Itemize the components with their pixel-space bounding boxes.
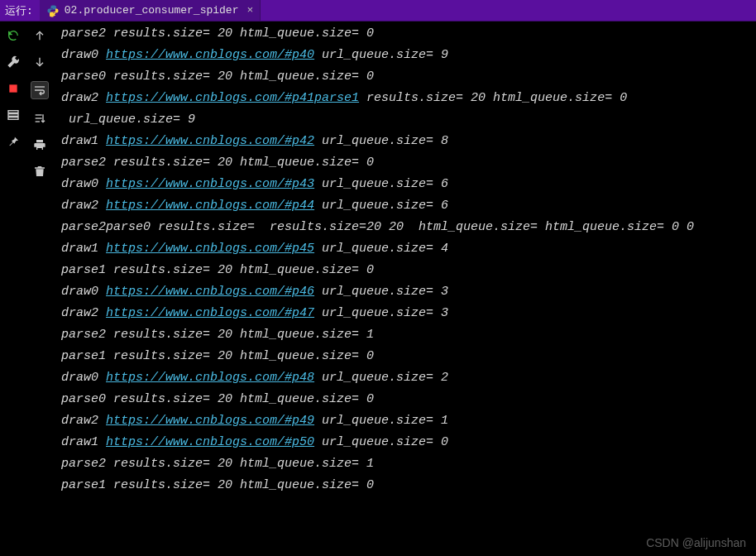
- tab-title: 02.producer_consumer_spider: [65, 4, 239, 17]
- console-link[interactable]: https://www.cnblogs.com/#p40: [106, 48, 314, 62]
- console-line: draw0 https://www.cnblogs.com/#p43 url_q…: [61, 174, 751, 195]
- console-output[interactable]: parse2 results.size= 20 html_queue.size=…: [53, 22, 756, 556]
- console-line: parse0 results.size= 20 html_queue.size=…: [61, 389, 751, 410]
- python-icon: [46, 4, 60, 17]
- console-link[interactable]: https://www.cnblogs.com/#p45: [106, 242, 314, 256]
- console-link[interactable]: https://www.cnblogs.com/#p41parse1: [106, 91, 359, 105]
- svg-rect-2: [8, 114, 18, 117]
- rerun-icon[interactable]: [6, 28, 21, 43]
- svg-rect-1: [8, 111, 18, 113]
- console-line: parse2parse0 results.size= results.size=…: [61, 217, 751, 238]
- console-line: draw2 https://www.cnblogs.com/#p47 url_q…: [61, 303, 751, 324]
- console-link[interactable]: https://www.cnblogs.com/#p48: [106, 371, 314, 385]
- svg-rect-3: [8, 117, 18, 120]
- console-line: draw2 https://www.cnblogs.com/#p49 url_q…: [61, 410, 751, 432]
- close-icon[interactable]: ×: [246, 4, 253, 17]
- titlebar: 运行: 02.producer_consumer_spider ×: [0, 0, 756, 22]
- console-link[interactable]: https://www.cnblogs.com/#p44: [106, 199, 314, 213]
- scroll-to-end-icon[interactable]: [32, 111, 47, 126]
- console-line: draw0 https://www.cnblogs.com/#p48 url_q…: [61, 367, 751, 389]
- console-link[interactable]: https://www.cnblogs.com/#p50: [106, 435, 314, 449]
- console-line: parse2 results.size= 20 html_queue.size=…: [61, 324, 751, 346]
- console-line: url_queue.size= 9: [61, 109, 751, 131]
- watermark: CSDN @alijunshan: [646, 536, 746, 549]
- console-line: draw2 https://www.cnblogs.com/#p44 url_q…: [61, 195, 751, 217]
- toolbar-left-2: [26, 22, 53, 556]
- console-line: draw0 https://www.cnblogs.com/#p46 url_q…: [61, 281, 751, 303]
- trash-icon[interactable]: [32, 164, 47, 179]
- console-line: parse2 results.size= 20 html_queue.size=…: [61, 453, 751, 475]
- soft-wrap-icon[interactable]: [31, 81, 49, 99]
- console-line: parse1 results.size= 20 html_queue.size=…: [61, 346, 751, 367]
- console-line: parse2 results.size= 20 html_queue.size=…: [61, 152, 751, 174]
- console-line: parse1 results.size= 20 html_queue.size=…: [61, 475, 751, 496]
- console-line: parse2 results.size= 20 html_queue.size=…: [61, 23, 751, 45]
- console-link[interactable]: https://www.cnblogs.com/#p42: [106, 134, 314, 148]
- console-line: draw1 https://www.cnblogs.com/#p42 url_q…: [61, 131, 751, 152]
- console-line: parse1 results.size= 20 html_queue.size=…: [61, 260, 751, 281]
- console-line: draw2 https://www.cnblogs.com/#p41parse1…: [61, 88, 751, 109]
- console-link[interactable]: https://www.cnblogs.com/#p47: [106, 306, 314, 320]
- pin-icon[interactable]: [6, 134, 21, 149]
- console-line: draw0 https://www.cnblogs.com/#p40 url_q…: [61, 45, 751, 66]
- console-line: draw1 https://www.cnblogs.com/#p45 url_q…: [61, 238, 751, 260]
- arrow-down-icon[interactable]: [32, 55, 47, 70]
- stop-icon[interactable]: [6, 81, 21, 96]
- layout-icon[interactable]: [6, 108, 21, 122]
- svg-rect-0: [9, 84, 17, 92]
- arrow-up-icon[interactable]: [32, 28, 47, 43]
- run-label: 运行:: [0, 3, 40, 18]
- console-line: draw1 https://www.cnblogs.com/#p50 url_q…: [61, 432, 751, 453]
- wrench-icon[interactable]: [6, 55, 21, 70]
- console-link[interactable]: https://www.cnblogs.com/#p43: [106, 177, 314, 191]
- console-link[interactable]: https://www.cnblogs.com/#p46: [106, 285, 314, 299]
- run-tab[interactable]: 02.producer_consumer_spider ×: [40, 0, 261, 21]
- console-link[interactable]: https://www.cnblogs.com/#p49: [106, 414, 314, 428]
- console-line: parse0 results.size= 20 html_queue.size=…: [61, 66, 751, 88]
- toolbar-left-1: [0, 22, 26, 556]
- print-icon[interactable]: [32, 137, 47, 152]
